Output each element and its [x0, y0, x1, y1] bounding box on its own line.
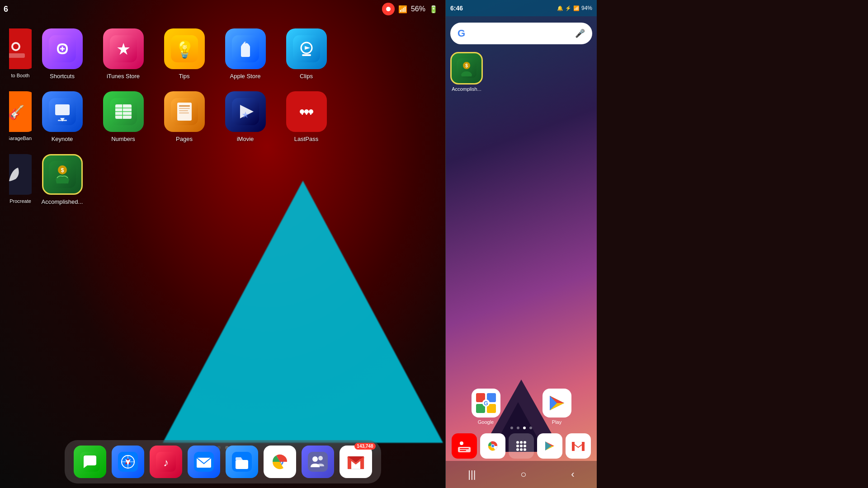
svg-rect-29 — [179, 108, 190, 109]
phone-app-row: G Google Play — [446, 389, 597, 425]
app-shortcuts[interactable]: Shortcuts — [32, 25, 93, 83]
ipad-app-grid: to Booth — [0, 25, 445, 213]
app-procreate[interactable]: Procreate — [9, 150, 32, 209]
google-search-bar[interactable]: G 🎤 — [450, 23, 592, 44]
svg-rect-19 — [58, 120, 67, 121]
app-photo-booth[interactable]: to Booth — [9, 25, 32, 83]
phone-dot-1 — [510, 427, 513, 429]
safari-icon — [112, 446, 144, 478]
svg-rect-30 — [179, 110, 188, 111]
gmail-icon — [340, 446, 372, 478]
ipad-status-bar: 6 📶 56% 🔋 — [0, 0, 445, 18]
battery-percent: 56% — [411, 5, 425, 13]
ipad-screen: 6 📶 56% 🔋 to Booth — [0, 0, 445, 488]
svg-rect-85 — [458, 447, 471, 452]
dock-gmail[interactable]: 143,748 — [340, 446, 372, 478]
phone-app-google[interactable]: G Google — [472, 389, 500, 425]
mail-icon — [188, 446, 220, 478]
svg-point-100 — [524, 448, 526, 451]
play-app-icon — [542, 389, 571, 418]
apple-store-label: Apple Store — [230, 73, 261, 80]
phone-app-play[interactable]: Play — [542, 389, 571, 425]
svg-rect-86 — [460, 448, 469, 449]
app-pages[interactable]: Pages — [154, 88, 215, 146]
clips-icon — [286, 28, 327, 69]
svg-text:G: G — [484, 400, 488, 407]
google-app-icon: G — [472, 389, 500, 418]
signal-icon: 📶 — [573, 5, 580, 11]
app-numbers[interactable]: Numbers — [93, 88, 154, 146]
svg-point-84 — [460, 441, 463, 445]
svg-rect-109 — [572, 442, 575, 451]
dock-chrome[interactable] — [264, 446, 296, 478]
itunes-label: iTunes Store — [107, 73, 140, 80]
dock-safari[interactable] — [112, 446, 144, 478]
svg-rect-31 — [179, 113, 189, 113]
phone-status-icons: 🔔 ⚡ 📶 94% — [557, 5, 592, 11]
imovie-icon: ★ — [225, 91, 266, 132]
record-indicator — [382, 3, 395, 15]
phone-dock-gmail[interactable] — [566, 433, 591, 459]
dock-teams[interactable] — [302, 446, 334, 478]
app-row-3: Procreate $ — [9, 150, 436, 209]
mic-icon[interactable]: 🎤 — [575, 28, 585, 38]
apple-store-icon — [225, 28, 266, 69]
svg-rect-87 — [460, 450, 466, 451]
app-row-2: 🎸 GarageBand — [9, 88, 436, 146]
app-imovie[interactable]: ★ iMovie — [215, 88, 276, 146]
chrome-icon — [264, 446, 296, 478]
phone-dock-youtube[interactable] — [452, 433, 477, 459]
app-accomplished[interactable]: $ Accomplished... — [32, 150, 93, 209]
nav-home-button[interactable]: ○ — [516, 464, 531, 485]
right-background — [597, 0, 868, 488]
app-itunes-store[interactable]: ★ iTunes Store — [93, 25, 154, 83]
accomplished-label: Accomplished... — [42, 198, 83, 205]
svg-rect-61 — [308, 452, 328, 472]
nav-back-button[interactable]: ‹ — [566, 464, 579, 485]
phone-accomplished-app[interactable]: $ Accomplish... — [450, 52, 483, 92]
app-lastpass[interactable]: ⋯ LastPass — [276, 88, 337, 146]
play-app-label: Play — [552, 419, 561, 425]
lastpass-icon: ⋯ — [286, 91, 327, 132]
svg-text:🎸: 🎸 — [9, 104, 25, 121]
tips-icon: 💡 — [164, 28, 205, 69]
procreate-icon — [9, 154, 32, 195]
svg-point-94 — [524, 441, 526, 444]
ipad-dock: ♪ — [65, 440, 381, 483]
phone-dock-app-drawer[interactable] — [509, 433, 534, 459]
svg-rect-56 — [236, 460, 248, 469]
tips-label: Tips — [179, 73, 189, 80]
svg-point-91 — [491, 445, 494, 447]
wifi-icon: 📶 — [398, 5, 407, 14]
google-logo: G — [458, 28, 465, 39]
svg-point-38 — [304, 109, 309, 114]
svg-point-93 — [520, 441, 523, 444]
phone-dock-play-store[interactable] — [537, 433, 562, 459]
phone-dot-4 — [529, 427, 532, 429]
app-tips[interactable]: 💡 Tips — [154, 25, 215, 83]
android-phone-screen: 6:46 🔔 ⚡ 📶 94% G 🎤 $ — [445, 0, 597, 488]
photo-booth-icon — [9, 28, 32, 69]
app-apple-store[interactable]: Apple Store — [215, 25, 276, 83]
app-garageband[interactable]: 🎸 GarageBand — [9, 88, 32, 146]
phone-dot-2 — [517, 427, 519, 429]
svg-point-97 — [524, 445, 526, 447]
phone-dock-chrome[interactable] — [480, 433, 505, 459]
nav-menu-button[interactable]: ||| — [463, 464, 480, 485]
dock-mail[interactable] — [188, 446, 220, 478]
phone-page-dots — [446, 427, 597, 429]
svg-point-92 — [516, 441, 519, 444]
numbers-label: Numbers — [111, 136, 135, 142]
app-keynote[interactable]: Keynote — [32, 88, 93, 146]
shortcuts-label: Shortcuts — [50, 73, 75, 80]
app-clips[interactable]: Clips — [276, 25, 337, 83]
dock-messages[interactable] — [74, 446, 106, 478]
numbers-icon — [103, 91, 144, 132]
google-app-label: Google — [478, 419, 494, 425]
imovie-label: iMovie — [237, 136, 254, 142]
dock-music[interactable]: ♪ — [150, 446, 182, 478]
procreate-label: Procreate — [9, 198, 31, 204]
garageband-icon: 🎸 — [9, 91, 32, 132]
keynote-icon — [42, 91, 83, 132]
dock-files[interactable] — [226, 446, 258, 478]
